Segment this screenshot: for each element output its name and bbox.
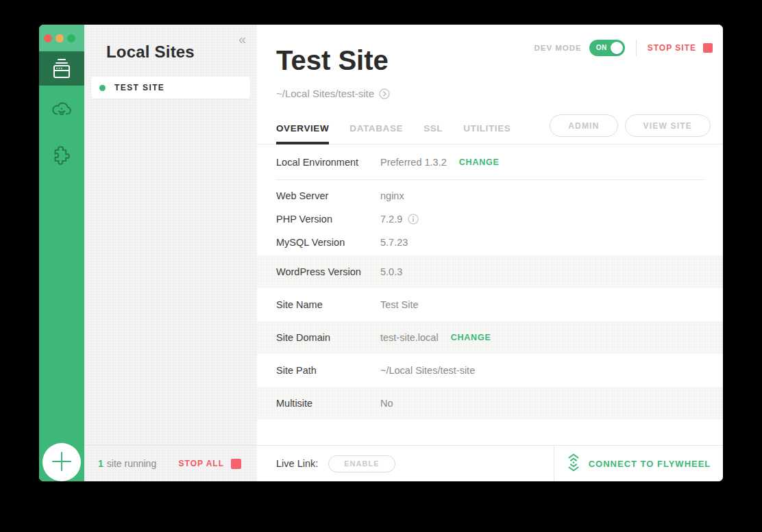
row-label: Site Name [276,299,380,310]
main-footer: Live Link: ENABLE CONNECT TO FLYWHEEL [257,445,723,481]
row-label: WordPress Version [276,266,380,277]
tab-ssl[interactable]: SSL [423,123,443,144]
row-label: Multisite [276,398,380,409]
tab-database[interactable]: DATABASE [349,123,403,144]
row-value: test-site.local CHANGE [380,332,491,343]
running-count: 1 [98,458,103,469]
flywheel-connect-icon [567,453,580,474]
row-label: Site Path [276,365,380,376]
puzzle-icon [51,144,73,166]
stop-all-button[interactable]: STOP ALL [179,459,241,469]
site-path-text: ~/Local Sites/test-site [276,88,374,99]
detail-row: MySQL Version 5.7.23 [257,231,723,254]
row-label: Site Domain [276,332,380,343]
desktop-background: Local Sites « TEST SITE 1 site running S… [0,0,762,532]
stop-all-label: STOP ALL [179,459,224,468]
window-titlebar [39,25,84,51]
site-status-dot [99,85,106,91]
row-value: No [380,398,393,409]
main-panel: Test Site ~/Local Sites/test-site DEV MO… [257,25,723,481]
live-link-label: Live Link: [276,458,318,469]
sites-panel-header: Local Sites « [84,25,257,62]
connect-to-flywheel-button[interactable]: CONNECT TO FLYWHEEL [554,446,723,481]
sidebar [39,25,84,481]
row-label: Local Environment [276,157,380,168]
admin-button[interactable]: ADMIN [550,114,617,137]
detail-row: PHP Version 7.2.9 [257,207,723,231]
reveal-path-icon[interactable] [379,88,390,99]
app-window: Local Sites « TEST SITE 1 site running S… [39,25,723,481]
sites-panel: Local Sites « TEST SITE 1 site running S… [84,25,257,481]
row-value: Preferred 1.3.2 CHANGE [380,157,500,168]
toggle-knob [611,42,623,54]
live-link-enable-button[interactable]: ENABLE [328,455,395,472]
sidebar-item-connect[interactable] [39,92,84,127]
dev-mode-toggle-state: ON [596,44,607,51]
php-info-icon[interactable] [408,214,419,225]
detail-row: Site Name Test Site [257,288,723,321]
close-button[interactable] [44,34,52,42]
connect-to-flywheel-label: CONNECT TO FLYWHEEL [589,459,711,469]
change-environment-link[interactable]: CHANGE [459,157,500,167]
row-value: nginx [380,190,404,201]
stop-site-button[interactable]: STOP SITE [648,43,713,53]
header-buttons: ADMIN VIEW SITE [550,114,711,137]
stop-square-icon [703,43,713,53]
page-title: Test Site [276,45,389,76]
row-value: ~/Local Sites/test-site [380,365,475,376]
collapse-panel-icon[interactable]: « [238,31,246,47]
row-value: 5.7.23 [380,237,408,248]
row-value: 5.0.3 [380,266,402,277]
sidebar-item-addons[interactable] [39,138,84,172]
tab-utilities[interactable]: UTILITIES [463,123,511,144]
cloud-sync-icon [50,99,73,121]
site-window-icon [50,57,73,80]
add-site-button[interactable] [42,443,81,481]
header-controls: DEV MODE ON STOP SITE [534,40,713,56]
row-label: PHP Version [276,214,380,225]
header-divider [636,40,637,56]
row-label: MySQL Version [276,237,380,248]
detail-row: Multisite No [257,387,723,420]
running-count-label: site running [107,458,156,469]
sidebar-item-sites[interactable] [39,51,84,86]
row-label: Web Server [276,190,380,201]
row-value: 7.2.9 [380,214,419,225]
detail-row: Site Domain test-site.local CHANGE [257,321,723,354]
main-header: Test Site ~/Local Sites/test-site DEV MO… [257,25,723,144]
stop-site-label: STOP SITE [648,43,696,53]
change-domain-link[interactable]: CHANGE [451,333,491,342]
panel-title: Local Sites [106,42,246,62]
site-list-item-label: TEST SITE [114,83,164,92]
server-info-group: Web Server nginx PHP Version 7.2.9 [257,180,723,255]
detail-row: WordPress Version 5.0.3 [257,255,723,288]
row-value: Test Site [380,299,419,310]
minimize-button[interactable] [56,34,64,42]
tab-bar: OVERVIEW DATABASE SSL UTILITIES [276,123,511,144]
plus-icon [51,451,72,474]
detail-row: Site Path ~/Local Sites/test-site [257,354,723,387]
site-list-item[interactable]: TEST SITE [91,77,250,99]
stop-square-icon [231,459,241,469]
tab-overview[interactable]: OVERVIEW [276,123,329,144]
zoom-button[interactable] [67,34,75,42]
detail-row: Web Server nginx [257,184,723,207]
dev-mode-label: DEV MODE [534,44,581,52]
detail-row: Local Environment Preferred 1.3.2 CHANGE [257,144,723,179]
site-path: ~/Local Sites/test-site [276,88,390,99]
dev-mode-toggle[interactable]: ON [589,40,625,56]
sites-panel-footer: 1 site running STOP ALL [84,445,257,481]
view-site-button[interactable]: VIEW SITE [625,114,711,137]
